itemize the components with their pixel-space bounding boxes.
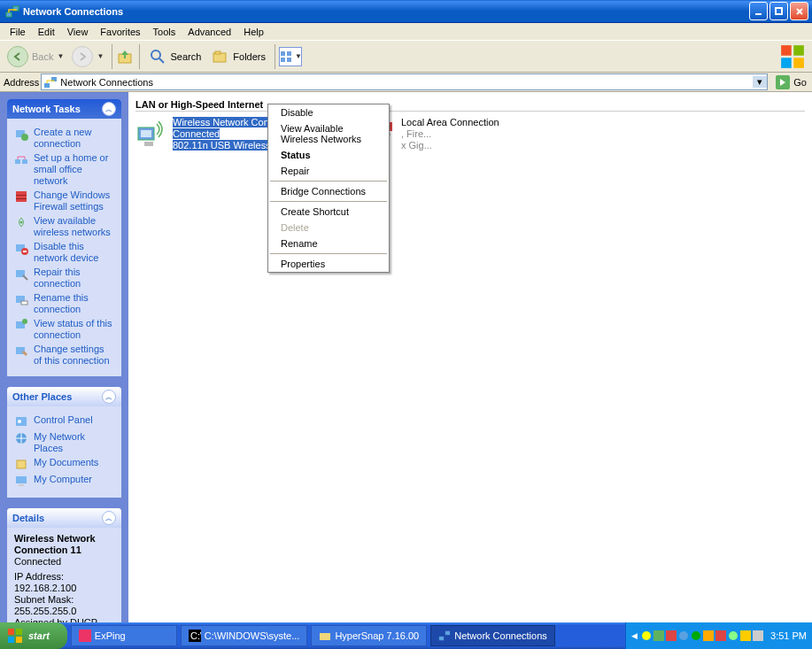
link-network-places[interactable]: My Network Places [14, 431, 114, 454]
task-create-connection[interactable]: Create a new connection [14, 127, 114, 150]
taskbar-item-network-connections[interactable]: Network Connections [430, 625, 555, 646]
collapse-icon[interactable]: ︽ [102, 390, 116, 404]
other-places-panel: Other Places ︽ Control Panel My Network … [7, 387, 121, 498]
ctx-rename[interactable]: Rename [268, 236, 389, 251]
svg-rect-41 [19, 484, 24, 486]
task-view-wireless[interactable]: View available wireless networks [14, 215, 114, 238]
tray-icon[interactable] [666, 630, 677, 641]
ctx-shortcut[interactable]: Create Shortcut [268, 204, 389, 220]
menu-tools[interactable]: Tools [147, 25, 182, 39]
link-control-panel[interactable]: Control Panel [14, 414, 114, 429]
go-icon [775, 74, 791, 90]
ctx-status[interactable]: Status [268, 147, 389, 163]
collapse-icon[interactable]: ︽ [102, 511, 116, 525]
svg-rect-2 [755, 13, 762, 15]
svg-rect-25 [16, 198, 27, 199]
back-dropdown-icon[interactable]: ▼ [57, 52, 63, 60]
search-button[interactable]: Search [143, 46, 206, 67]
svg-rect-64 [703, 630, 714, 641]
tray-icon[interactable] [653, 630, 664, 641]
svg-point-66 [729, 631, 738, 640]
other-places-header[interactable]: Other Places ︽ [7, 387, 121, 406]
tray-icon[interactable] [703, 630, 714, 641]
svg-point-34 [22, 319, 27, 324]
tray-icon[interactable] [740, 630, 751, 641]
taskbar-item-cmd[interactable]: C:\C:\WINDOWS\syste... [181, 625, 308, 646]
menu-help[interactable]: Help [237, 25, 270, 39]
svg-rect-67 [740, 630, 751, 641]
task-setup-network[interactable]: Set up a home or small office network [14, 152, 114, 187]
svg-rect-21 [15, 159, 20, 164]
forward-dropdown-icon[interactable]: ▼ [97, 52, 103, 60]
task-repair-connection[interactable]: Repair this connection [14, 267, 114, 290]
collapse-icon[interactable]: ︽ [102, 102, 116, 116]
network-tasks-header[interactable]: Network Tasks ︽ [7, 99, 121, 119]
taskbar-item-exping[interactable]: ExPing [71, 625, 177, 646]
task-disable-device[interactable]: Disable this network device [14, 241, 114, 264]
svg-point-59 [642, 631, 651, 640]
svg-rect-58 [445, 631, 450, 635]
svg-rect-8 [281, 51, 285, 56]
svg-rect-39 [17, 460, 26, 468]
svg-point-62 [679, 631, 688, 640]
tray-icon[interactable] [753, 630, 763, 641]
go-button[interactable]: Go [769, 74, 812, 90]
close-button[interactable] [790, 2, 808, 20]
clock[interactable]: 3:51 PM [770, 630, 807, 641]
svg-rect-50 [16, 629, 22, 635]
svg-text:C:\: C:\ [190, 630, 201, 641]
svg-rect-40 [16, 476, 27, 483]
ctx-disable[interactable]: Disable [268, 104, 389, 120]
views-button[interactable]: ▼ [279, 47, 302, 66]
task-rename-connection[interactable]: Rename this connection [14, 292, 114, 315]
category-header: LAN or High-Speed Internet [135, 99, 805, 112]
menu-advanced[interactable]: Advanced [182, 25, 237, 39]
maximize-button[interactable] [769, 2, 788, 20]
menu-file[interactable]: File [4, 25, 32, 39]
tray-icon[interactable] [678, 630, 689, 641]
context-menu: Disable View Available Wireless Networks… [267, 104, 390, 273]
svg-point-20 [21, 134, 28, 141]
address-dropdown-icon[interactable]: ▾ [753, 76, 767, 88]
menu-favorites[interactable]: Favorites [94, 25, 146, 39]
minimize-button[interactable] [749, 2, 768, 20]
details-header[interactable]: Details ︽ [7, 508, 121, 528]
folders-button[interactable]: Folders [206, 46, 271, 67]
tray-expand-icon[interactable]: ◀ [631, 631, 638, 640]
svg-point-63 [692, 631, 700, 640]
up-button[interactable] [116, 47, 135, 66]
connection-lan[interactable]: Local Area Connection , Fire... x Gig... [364, 117, 585, 151]
tray-icon[interactable] [728, 630, 739, 641]
address-input[interactable]: Network Connections ▾ [41, 73, 768, 90]
ctx-view-networks[interactable]: View Available Wireless Networks [268, 120, 389, 147]
taskbar-item-hypersnap[interactable]: HyperSnap 7.16.00 [311, 625, 427, 646]
details-panel: Details ︽ Wireless Network Connection 11… [7, 508, 121, 622]
task-firewall-settings[interactable]: Change Windows Firewall settings [14, 189, 114, 212]
title-bar: Network Connections [0, 0, 812, 23]
start-button[interactable]: start [0, 622, 67, 649]
tray-icon[interactable] [641, 630, 652, 641]
task-change-settings[interactable]: Change settings of this connection [14, 344, 114, 367]
sidebar: Network Tasks ︽ Create a new connection … [0, 92, 128, 622]
ctx-repair[interactable]: Repair [268, 163, 389, 179]
tray-icon[interactable] [715, 630, 726, 641]
link-my-computer[interactable]: My Computer [14, 474, 114, 488]
search-icon [149, 48, 166, 66]
ctx-bridge[interactable]: Bridge Connections [268, 183, 389, 199]
task-view-status[interactable]: View status of this connection [14, 318, 114, 341]
tray-icon[interactable] [691, 630, 701, 641]
svg-rect-13 [793, 45, 804, 56]
svg-rect-9 [287, 51, 291, 56]
forward-button[interactable]: ▼ [68, 44, 106, 69]
svg-rect-49 [8, 629, 14, 635]
link-my-documents[interactable]: My Documents [14, 457, 114, 471]
toolbar: Back ▼ ▼ Search Folders ▼ [0, 41, 812, 73]
menu-view[interactable]: View [61, 25, 95, 39]
ctx-properties[interactable]: Properties [268, 256, 389, 272]
svg-rect-15 [793, 58, 804, 68]
windows-logo-icon [777, 41, 808, 73]
svg-rect-14 [781, 58, 792, 68]
back-button[interactable]: Back ▼ [4, 44, 66, 69]
menu-edit[interactable]: Edit [32, 25, 61, 39]
svg-rect-32 [21, 301, 27, 305]
